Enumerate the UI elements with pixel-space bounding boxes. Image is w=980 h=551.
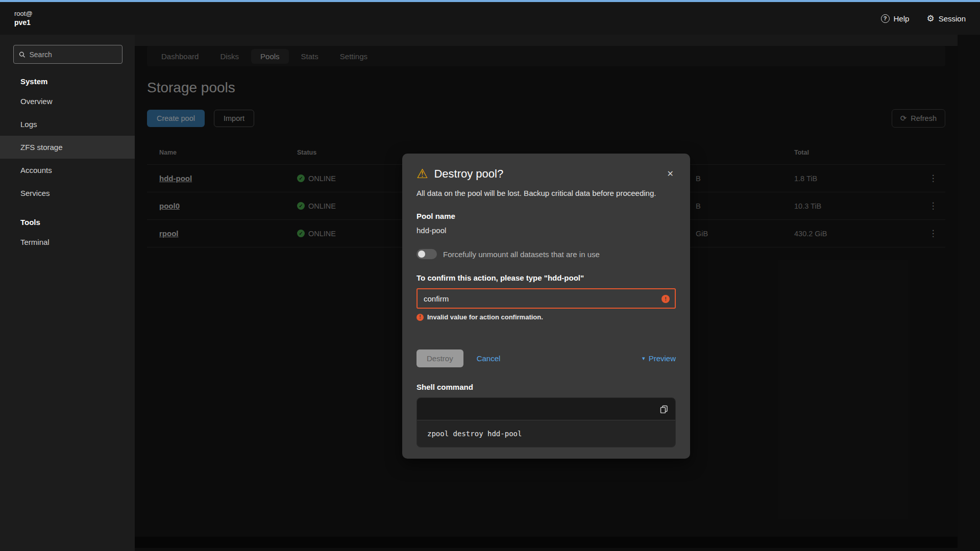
sidebar: System Overview Logs ZFS storage Account… xyxy=(0,35,135,551)
sidebar-item-zfs-storage[interactable]: ZFS storage xyxy=(0,136,135,159)
cancel-button[interactable]: Cancel xyxy=(477,354,501,363)
confirm-input[interactable] xyxy=(416,288,676,309)
shell-command-block: zpool destroy hdd-pool xyxy=(416,397,676,447)
error-text: Invalid value for action confirmation. xyxy=(427,313,543,321)
sidebar-item-overview[interactable]: Overview xyxy=(0,90,135,113)
sidebar-section-tools: Tools xyxy=(20,218,135,227)
warning-triangle-icon: ⚠ xyxy=(416,167,428,180)
preview-toggle[interactable]: ▾ Preview xyxy=(642,354,676,363)
toggle-knob xyxy=(418,251,425,258)
dialog-header: ⚠ Destroy pool? ✕ xyxy=(416,167,676,181)
sidebar-section-system: System xyxy=(20,77,135,86)
session-label: Session xyxy=(939,14,966,23)
preview-label: Preview xyxy=(649,354,676,363)
error-helper-row: ! Invalid value for action confirmation. xyxy=(416,313,676,321)
host-name: pve1 xyxy=(14,18,33,28)
input-error-icon: ! xyxy=(662,294,670,303)
help-icon: ? xyxy=(881,14,890,23)
logged-in-user: root@ pve1 xyxy=(14,9,33,28)
copy-icon xyxy=(660,405,668,413)
dialog-description: All data on the pool will be lost. Backu… xyxy=(416,189,676,197)
help-label: Help xyxy=(894,14,910,23)
destroy-button[interactable]: Destroy xyxy=(416,349,463,367)
dialog-actions: Destroy Cancel ▾ Preview xyxy=(416,349,676,367)
error-icon: ! xyxy=(416,314,424,321)
help-button[interactable]: ? Help xyxy=(881,14,910,23)
shell-command-text: zpool destroy hdd-pool xyxy=(417,420,675,447)
dialog-title: Destroy pool? xyxy=(434,167,658,181)
pool-name-label: Pool name xyxy=(416,212,676,220)
force-unmount-toggle[interactable] xyxy=(416,249,437,259)
gear-icon: ⚙ xyxy=(926,13,934,24)
destroy-pool-dialog: ⚠ Destroy pool? ✕ All data on the pool w… xyxy=(402,154,690,459)
sidebar-item-logs[interactable]: Logs xyxy=(0,113,135,136)
pool-name-value: hdd-pool xyxy=(416,226,676,235)
confirm-type-label: To confirm this action, please type "hdd… xyxy=(416,273,676,282)
sidebar-search xyxy=(13,45,122,64)
confirm-input-wrap: ! xyxy=(416,288,676,309)
user-name: root@ xyxy=(14,9,33,18)
chevron-down-icon: ▾ xyxy=(642,355,645,362)
masthead-actions: ? Help ⚙ Session xyxy=(881,13,966,24)
close-icon[interactable]: ✕ xyxy=(665,167,676,181)
search-input[interactable] xyxy=(30,51,117,59)
force-unmount-row: Forcefully unmount all datasets that are… xyxy=(416,249,676,259)
code-block-header xyxy=(417,398,675,420)
main-frame: Dashboard Disks Pools Stats Settings Sto… xyxy=(135,35,958,537)
copy-button[interactable] xyxy=(660,405,668,413)
search-icon xyxy=(19,51,26,58)
force-unmount-label: Forcefully unmount all datasets that are… xyxy=(443,250,600,259)
sidebar-item-services[interactable]: Services xyxy=(0,182,135,205)
sidebar-item-terminal[interactable]: Terminal xyxy=(0,231,135,254)
top-accent-bar xyxy=(0,0,980,2)
sidebar-item-accounts[interactable]: Accounts xyxy=(0,159,135,182)
shell-command-label: Shell command xyxy=(416,383,676,391)
masthead: root@ pve1 ? Help ⚙ Session xyxy=(0,2,980,35)
session-button[interactable]: ⚙ Session xyxy=(926,13,966,24)
